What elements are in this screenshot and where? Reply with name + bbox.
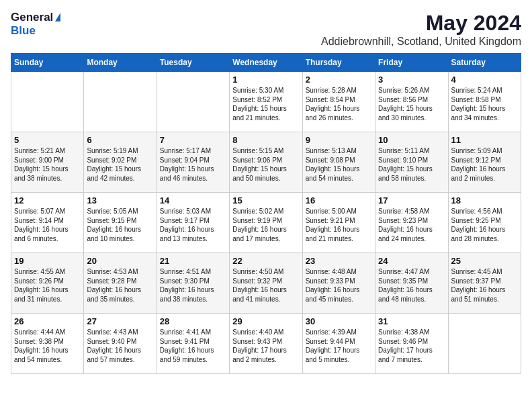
day-cell: 22Sunrise: 4:50 AM Sunset: 9:32 PM Dayli… bbox=[230, 253, 302, 314]
day-info: Sunrise: 5:19 AM Sunset: 9:02 PM Dayligh… bbox=[87, 146, 153, 183]
day-info: Sunrise: 5:09 AM Sunset: 9:12 PM Dayligh… bbox=[451, 146, 518, 183]
day-number: 12 bbox=[14, 195, 81, 205]
day-number: 14 bbox=[160, 195, 226, 205]
day-number: 6 bbox=[87, 135, 153, 145]
day-cell: 21Sunrise: 4:51 AM Sunset: 9:30 PM Dayli… bbox=[157, 253, 229, 314]
day-number: 16 bbox=[306, 195, 372, 205]
day-cell: 24Sunrise: 4:47 AM Sunset: 9:35 PM Dayli… bbox=[375, 253, 448, 314]
day-number: 15 bbox=[232, 195, 299, 205]
day-cell: 9Sunrise: 5:13 AM Sunset: 9:08 PM Daylig… bbox=[302, 132, 375, 193]
week-row-1: 1Sunrise: 5:30 AM Sunset: 8:52 PM Daylig… bbox=[11, 72, 521, 132]
day-info: Sunrise: 4:40 AM Sunset: 9:43 PM Dayligh… bbox=[232, 328, 299, 364]
day-info: Sunrise: 5:02 AM Sunset: 9:19 PM Dayligh… bbox=[232, 207, 299, 243]
day-cell: 7Sunrise: 5:17 AM Sunset: 9:04 PM Daylig… bbox=[157, 132, 229, 193]
day-number: 18 bbox=[451, 195, 518, 205]
header-cell-monday: Monday bbox=[84, 54, 157, 72]
day-info: Sunrise: 5:13 AM Sunset: 9:08 PM Dayligh… bbox=[306, 146, 372, 183]
day-info: Sunrise: 4:51 AM Sunset: 9:30 PM Dayligh… bbox=[160, 267, 226, 304]
day-number: 20 bbox=[87, 256, 153, 266]
day-cell: 16Sunrise: 5:00 AM Sunset: 9:21 PM Dayli… bbox=[302, 193, 375, 253]
day-cell: 17Sunrise: 4:58 AM Sunset: 9:23 PM Dayli… bbox=[375, 193, 448, 253]
day-number: 31 bbox=[378, 316, 445, 326]
logo-triangle-icon bbox=[55, 13, 60, 21]
day-number: 24 bbox=[378, 256, 445, 266]
logo-blue: Blue bbox=[11, 24, 36, 37]
day-number: 7 bbox=[160, 135, 226, 145]
day-number: 29 bbox=[232, 316, 299, 326]
day-cell: 18Sunrise: 4:56 AM Sunset: 9:25 PM Dayli… bbox=[448, 193, 521, 253]
day-info: Sunrise: 4:45 AM Sunset: 9:37 PM Dayligh… bbox=[451, 267, 518, 304]
day-cell: 11Sunrise: 5:09 AM Sunset: 9:12 PM Dayli… bbox=[448, 132, 521, 193]
title-area: May 2024 Addiebrownhill, Scotland, Unite… bbox=[321, 11, 521, 48]
day-cell: 6Sunrise: 5:19 AM Sunset: 9:02 PM Daylig… bbox=[84, 132, 157, 193]
day-number: 30 bbox=[306, 316, 372, 326]
day-number: 25 bbox=[451, 256, 518, 266]
day-cell: 1Sunrise: 5:30 AM Sunset: 8:52 PM Daylig… bbox=[230, 72, 302, 132]
day-cell: 12Sunrise: 5:07 AM Sunset: 9:14 PM Dayli… bbox=[11, 193, 84, 253]
day-info: Sunrise: 5:15 AM Sunset: 9:06 PM Dayligh… bbox=[232, 146, 299, 183]
day-info: Sunrise: 4:55 AM Sunset: 9:26 PM Dayligh… bbox=[14, 267, 81, 304]
header-cell-wednesday: Wednesday bbox=[230, 54, 302, 72]
header-cell-tuesday: Tuesday bbox=[157, 54, 229, 72]
week-row-4: 19Sunrise: 4:55 AM Sunset: 9:26 PM Dayli… bbox=[11, 253, 521, 314]
day-info: Sunrise: 4:41 AM Sunset: 9:41 PM Dayligh… bbox=[160, 328, 226, 364]
header-cell-friday: Friday bbox=[375, 54, 448, 72]
day-info: Sunrise: 5:30 AM Sunset: 8:52 PM Dayligh… bbox=[232, 86, 299, 122]
day-number: 5 bbox=[14, 135, 81, 145]
day-info: Sunrise: 4:38 AM Sunset: 9:46 PM Dayligh… bbox=[378, 328, 445, 364]
day-cell: 23Sunrise: 4:48 AM Sunset: 9:33 PM Dayli… bbox=[302, 253, 375, 314]
day-cell: 3Sunrise: 5:26 AM Sunset: 8:56 PM Daylig… bbox=[375, 72, 448, 132]
logo-general: General bbox=[11, 11, 53, 24]
calendar-table: SundayMondayTuesdayWednesdayThursdayFrid… bbox=[11, 53, 521, 374]
day-cell: 15Sunrise: 5:02 AM Sunset: 9:19 PM Dayli… bbox=[230, 193, 302, 253]
day-info: Sunrise: 5:26 AM Sunset: 8:56 PM Dayligh… bbox=[378, 86, 445, 122]
day-info: Sunrise: 5:05 AM Sunset: 9:15 PM Dayligh… bbox=[87, 207, 153, 243]
day-cell bbox=[11, 72, 84, 132]
day-number: 13 bbox=[87, 195, 153, 205]
day-cell: 30Sunrise: 4:39 AM Sunset: 9:44 PM Dayli… bbox=[302, 314, 375, 374]
day-number: 17 bbox=[378, 195, 445, 205]
day-info: Sunrise: 4:48 AM Sunset: 9:33 PM Dayligh… bbox=[306, 267, 372, 304]
day-info: Sunrise: 5:28 AM Sunset: 8:54 PM Dayligh… bbox=[306, 86, 372, 122]
header-row: SundayMondayTuesdayWednesdayThursdayFrid… bbox=[11, 54, 521, 72]
day-cell: 5Sunrise: 5:21 AM Sunset: 9:00 PM Daylig… bbox=[11, 132, 84, 193]
day-info: Sunrise: 5:07 AM Sunset: 9:14 PM Dayligh… bbox=[14, 207, 81, 243]
week-row-3: 12Sunrise: 5:07 AM Sunset: 9:14 PM Dayli… bbox=[11, 193, 521, 253]
day-number: 11 bbox=[451, 135, 518, 145]
day-info: Sunrise: 4:50 AM Sunset: 9:32 PM Dayligh… bbox=[232, 267, 299, 304]
day-info: Sunrise: 4:47 AM Sunset: 9:35 PM Dayligh… bbox=[378, 267, 445, 304]
day-cell: 10Sunrise: 5:11 AM Sunset: 9:10 PM Dayli… bbox=[375, 132, 448, 193]
week-row-5: 26Sunrise: 4:44 AM Sunset: 9:38 PM Dayli… bbox=[11, 314, 521, 374]
calendar-title: May 2024 bbox=[321, 11, 521, 36]
day-number: 22 bbox=[232, 256, 299, 266]
day-cell bbox=[157, 72, 229, 132]
day-info: Sunrise: 4:58 AM Sunset: 9:23 PM Dayligh… bbox=[378, 207, 445, 243]
logo: General Blue bbox=[11, 11, 60, 38]
day-cell: 26Sunrise: 4:44 AM Sunset: 9:38 PM Dayli… bbox=[11, 314, 84, 374]
day-number: 2 bbox=[306, 75, 372, 85]
day-number: 23 bbox=[306, 256, 372, 266]
day-number: 28 bbox=[160, 316, 226, 326]
day-cell: 4Sunrise: 5:24 AM Sunset: 8:58 PM Daylig… bbox=[448, 72, 521, 132]
day-number: 9 bbox=[306, 135, 372, 145]
day-info: Sunrise: 5:00 AM Sunset: 9:21 PM Dayligh… bbox=[306, 207, 372, 243]
day-number: 3 bbox=[378, 75, 445, 85]
day-cell: 14Sunrise: 5:03 AM Sunset: 9:17 PM Dayli… bbox=[157, 193, 229, 253]
day-info: Sunrise: 5:21 AM Sunset: 9:00 PM Dayligh… bbox=[14, 146, 81, 183]
day-number: 21 bbox=[160, 256, 226, 266]
day-info: Sunrise: 5:24 AM Sunset: 8:58 PM Dayligh… bbox=[451, 86, 518, 122]
day-cell: 8Sunrise: 5:15 AM Sunset: 9:06 PM Daylig… bbox=[230, 132, 302, 193]
day-number: 10 bbox=[378, 135, 445, 145]
day-cell: 29Sunrise: 4:40 AM Sunset: 9:43 PM Dayli… bbox=[230, 314, 302, 374]
day-number: 4 bbox=[451, 75, 518, 85]
day-cell: 31Sunrise: 4:38 AM Sunset: 9:46 PM Dayli… bbox=[375, 314, 448, 374]
day-number: 27 bbox=[87, 316, 153, 326]
day-info: Sunrise: 4:43 AM Sunset: 9:40 PM Dayligh… bbox=[87, 328, 153, 364]
day-info: Sunrise: 5:17 AM Sunset: 9:04 PM Dayligh… bbox=[160, 146, 226, 183]
day-cell: 27Sunrise: 4:43 AM Sunset: 9:40 PM Dayli… bbox=[84, 314, 157, 374]
day-cell bbox=[448, 314, 521, 374]
day-number: 19 bbox=[14, 256, 81, 266]
day-info: Sunrise: 5:03 AM Sunset: 9:17 PM Dayligh… bbox=[160, 207, 226, 243]
header-cell-sunday: Sunday bbox=[11, 54, 84, 72]
day-number: 8 bbox=[232, 135, 299, 145]
